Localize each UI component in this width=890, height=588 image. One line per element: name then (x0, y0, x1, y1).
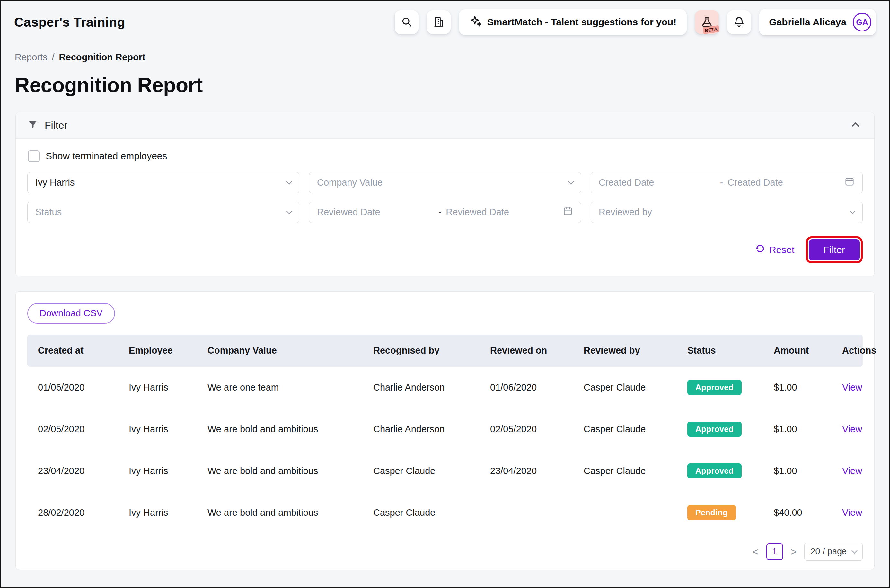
user-name: Gabriella Alicaya (769, 17, 846, 28)
company-value-placeholder: Company Value (317, 177, 383, 188)
status-badge: Pending (687, 505, 736, 520)
table-row: 02/05/2020 Ivy Harris We are bold and am… (27, 408, 863, 450)
cell-reviewed-on: 01/06/2020 (480, 367, 573, 408)
page-title: Recognition Report (15, 74, 889, 97)
cell-amount: $1.00 (763, 367, 831, 408)
user-menu-button[interactable]: Gabriella Alicaya GA (759, 9, 876, 35)
cell-reviewed-on: 02/05/2020 (480, 408, 573, 450)
chevron-down-icon (568, 178, 573, 184)
col-company-value: Company Value (197, 334, 363, 367)
cell-employee: Ivy Harris (118, 408, 197, 450)
cell-created-at: 01/06/2020 (27, 367, 118, 408)
status-badge: Approved (687, 380, 741, 395)
cell-recognised-by: Charlie Anderson (363, 367, 480, 408)
reset-button[interactable]: Reset (755, 243, 794, 256)
view-link[interactable]: View (842, 507, 862, 518)
cell-status: Approved (677, 450, 763, 492)
notifications-button[interactable] (727, 10, 751, 34)
cell-amount: $1.00 (763, 450, 831, 492)
current-page[interactable]: 1 (766, 543, 783, 560)
employee-select-value: Ivy Harris (35, 177, 75, 188)
range-separator: - (716, 177, 728, 188)
table-body: 01/06/2020 Ivy Harris We are one team Ch… (27, 367, 863, 534)
employee-select[interactable]: Ivy Harris (27, 172, 299, 194)
company-button[interactable] (427, 10, 450, 34)
labs-button[interactable]: BETA (695, 10, 719, 34)
breadcrumb-separator: / (52, 52, 55, 63)
table-header-row: Created at Employee Company Value Recogn… (27, 334, 863, 367)
reviewed-by-placeholder: Reviewed by (599, 207, 652, 218)
next-page-button[interactable]: > (791, 547, 797, 557)
cell-reviewed-by: Casper Claude (573, 408, 677, 450)
filter-panel-header[interactable]: Filter (16, 112, 874, 139)
status-badge: Approved (687, 422, 741, 437)
bell-icon (733, 16, 745, 29)
cell-amount: $1.00 (763, 408, 831, 450)
cell-company-value: We are one team (197, 367, 363, 408)
download-csv-button[interactable]: Download CSV (27, 303, 115, 324)
cell-reviewed-on: 23/04/2020 (480, 450, 573, 492)
app-title: Casper's Training (14, 15, 125, 30)
building-icon (433, 16, 444, 28)
show-terminated-checkbox-row[interactable]: Show terminated employees (28, 150, 167, 162)
company-value-select[interactable]: Company Value (309, 172, 581, 194)
status-badge: Approved (687, 464, 741, 478)
table-row: 23/04/2020 Ivy Harris We are bold and am… (27, 450, 863, 492)
reviewed-by-select[interactable]: Reviewed by (591, 202, 863, 223)
reviewed-to-placeholder: Reviewed Date (446, 207, 563, 218)
filter-actions: Reset Filter (27, 236, 863, 263)
filter-grid: Ivy Harris Company Value Created Date - … (27, 172, 863, 223)
filter-apply-button[interactable]: Filter (809, 239, 860, 261)
cell-status: Approved (677, 408, 763, 450)
filter-panel-body: Show terminated employees Ivy Harris Com… (16, 139, 874, 276)
view-link[interactable]: View (842, 424, 862, 434)
cell-company-value: We are bold and ambitious (197, 408, 363, 450)
status-placeholder: Status (35, 207, 62, 218)
cell-amount: $40.00 (763, 492, 831, 534)
status-select[interactable]: Status (27, 202, 299, 223)
prev-page-button[interactable]: < (752, 547, 759, 557)
cell-recognised-by: Charlie Anderson (363, 408, 480, 450)
cell-created-at: 23/04/2020 (27, 450, 118, 492)
range-separator: - (434, 207, 446, 218)
page-size-value: 20 / page (810, 547, 846, 556)
view-link[interactable]: View (842, 466, 862, 476)
show-terminated-checkbox[interactable] (28, 150, 39, 162)
topbar: Casper's Training SmartMatch - Talent su… (1, 1, 889, 35)
created-from-placeholder: Created Date (599, 177, 716, 188)
table-row: 01/06/2020 Ivy Harris We are one team Ch… (27, 367, 863, 408)
show-terminated-label: Show terminated employees (46, 151, 167, 162)
col-recognised-by: Recognised by (363, 334, 480, 367)
collapse-filter-button[interactable] (850, 120, 862, 131)
chevron-down-icon (849, 208, 855, 214)
cell-status: Approved (677, 367, 763, 408)
chevron-down-icon (286, 178, 292, 184)
created-date-range[interactable]: Created Date - Created Date (591, 172, 863, 194)
search-icon (401, 16, 413, 28)
reviewed-date-range[interactable]: Reviewed Date - Reviewed Date (309, 202, 581, 223)
created-to-placeholder: Created Date (728, 177, 844, 188)
cell-recognised-by: Casper Claude (363, 450, 480, 492)
search-button[interactable] (395, 10, 419, 34)
cell-reviewed-on (480, 492, 573, 534)
reset-label: Reset (769, 244, 794, 255)
cell-company-value: We are bold and ambitious (197, 450, 363, 492)
smartmatch-button[interactable]: SmartMatch - Talent suggestions for you! (459, 9, 687, 35)
view-link[interactable]: View (842, 382, 862, 392)
col-actions: Actions (831, 334, 863, 367)
col-reviewed-on: Reviewed on (480, 334, 573, 367)
col-reviewed-by: Reviewed by (573, 334, 677, 367)
page-size-select[interactable]: 20 / page (804, 543, 863, 561)
cell-reviewed-by: Casper Claude (573, 367, 677, 408)
cell-status: Pending (677, 492, 763, 534)
breadcrumb-current: Recognition Report (59, 52, 146, 63)
cell-employee: Ivy Harris (118, 367, 197, 408)
highlight-ring: Filter (806, 236, 863, 263)
cell-actions: View (831, 492, 863, 534)
cell-actions: View (831, 367, 863, 408)
col-status: Status (677, 334, 763, 367)
breadcrumb-reports[interactable]: Reports (15, 52, 48, 63)
cell-created-at: 02/05/2020 (27, 408, 118, 450)
cell-reviewed-by: Casper Claude (573, 450, 677, 492)
filter-panel: Filter Show terminated employees Ivy Har… (15, 112, 875, 276)
